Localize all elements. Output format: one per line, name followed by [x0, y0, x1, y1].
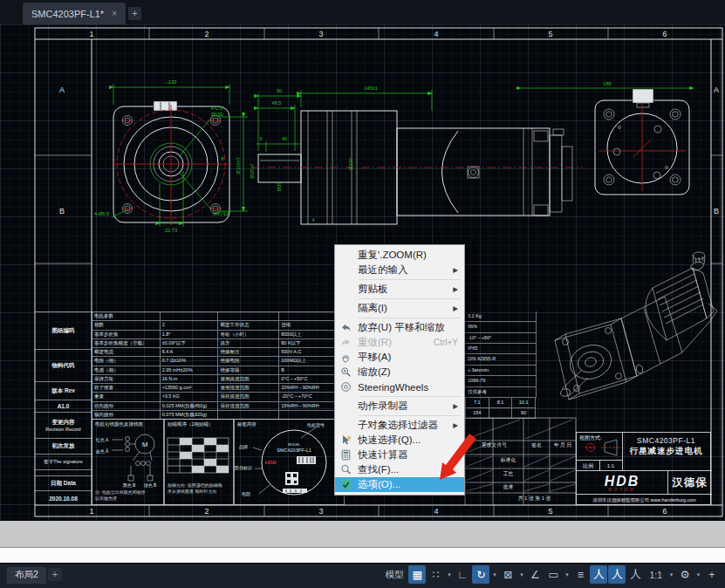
table-cell: -10°～+90° [465, 333, 536, 343]
table-row: 电机参数 [92, 312, 340, 321]
annotation-autoscale-icon[interactable]: 人 [608, 565, 626, 584]
table-row: 径向跳动0.025 MM(负载450g)保存湿度范围15%RH～90%RH [92, 402, 340, 411]
isometric-view [555, 252, 717, 400]
document-tab[interactable]: SMC4203PF-L1* × [23, 3, 126, 24]
table-cell: 6.4 A [161, 348, 219, 357]
scale-caret-icon[interactable]: ▾ [667, 565, 675, 584]
annotation-scale-icon[interactable]: 人 [626, 565, 644, 584]
menu-item-steeringwheels[interactable]: SteeringWheels [335, 379, 464, 394]
find-icon [339, 464, 353, 476]
model-tab[interactable]: 模型 [380, 565, 407, 584]
annotation-scale-value[interactable]: 1:1 [645, 565, 667, 584]
dim-pcd-label: P.C.D [211, 106, 223, 111]
frame-row-label: A [714, 85, 719, 94]
company-line: 深圳市汉德保智能有限公司 www.handerburg.com [577, 495, 712, 505]
menu-item-label: 重做(R) [358, 336, 430, 349]
menu-item-redo[interactable]: 重做(R) Ctrl+Y [335, 335, 464, 350]
menu-separator [359, 298, 461, 299]
motor-parameter-table: 电机参数相数2额定工作状态连续基本步距角1.8°寿命（小时）8000以上基本步距… [92, 311, 340, 420]
frame-row-label: B [714, 207, 719, 215]
angle-snap-icon[interactable]: ∠ [526, 565, 544, 584]
first-release-label: 初次发放 [35, 439, 92, 455]
table-row: 7:18:110:1 [466, 398, 536, 408]
polar-caret-icon[interactable]: ▾ [490, 565, 498, 584]
frame-row-label: B [59, 207, 65, 215]
object-snap-icon[interactable]: ⊠ [499, 565, 516, 584]
frame-col-label: 1 [89, 30, 93, 38]
table-row: 仅供参考 [465, 387, 536, 398]
menu-item-isolate[interactable]: 隔离(I) ▶ [335, 301, 464, 316]
frame-col-label: 6 [662, 30, 667, 38]
table-row: -10°～+90° [465, 333, 536, 344]
gear-caret-icon[interactable]: ▾ [694, 565, 702, 584]
polar-tracking-icon[interactable]: ↻ [472, 565, 489, 584]
ortho-icon[interactable]: ∟ [454, 565, 471, 584]
table-row: 电阻（相）0.7 Ω±10%绝缘电阻100MΩ以上 [92, 357, 340, 366]
table-cell: 16 N.m [161, 375, 219, 384]
table-cell: B [279, 366, 340, 375]
table-cell: 电阻（相） [92, 357, 161, 366]
table-row: 15490 [466, 408, 536, 419]
command-line-input[interactable] [0, 547, 725, 563]
menu-item-repeat-zoom[interactable]: 重复'.ZOOM(R) [335, 248, 464, 263]
frame-col-label: 3 [318, 507, 323, 516]
file-tab-bar: SMC4203PF-L1* × + [0, 0, 725, 24]
snap-caret-icon[interactable]: ▾ [445, 565, 453, 584]
close-tab-icon[interactable]: × [112, 9, 117, 18]
dim-4: 4 [311, 217, 314, 222]
snap-icon[interactable]: ∷ [427, 565, 444, 584]
callout-resistance: 电阻 [242, 491, 250, 496]
menu-item-undo[interactable]: 放弃(U) 平移和缩放 [335, 320, 464, 335]
new-layout-button[interactable]: + [48, 568, 62, 581]
table-cell: 额定工作状态 [218, 321, 279, 330]
status-plus-icon[interactable]: + [703, 565, 721, 584]
table-cell: ≈13560 g.cm² [161, 384, 219, 393]
new-tab-button[interactable]: + [128, 7, 141, 20]
gearbox-parameter-table: 3.2 Kg96%-10°～+90°IP65DIN 42955-R≤ 3arcm… [465, 311, 537, 398]
dyninput-caret-icon[interactable]: ▾ [563, 565, 571, 584]
dim-tap: M6▽12 [213, 211, 229, 216]
lineweight-icon[interactable]: ≡ [571, 565, 589, 584]
menu-item-pan[interactable]: 平移(A) [335, 350, 464, 365]
dynamic-input-icon[interactable]: ▭ [544, 565, 562, 584]
menu-separator [359, 318, 461, 318]
dim-145: 145±1 [364, 85, 378, 91]
dim-185: 185 [603, 81, 611, 86]
table-cell: 相数 [92, 321, 161, 330]
spacer-row [35, 470, 92, 476]
annotation-visibility-icon[interactable]: 人 [590, 565, 607, 584]
customization-gear-icon[interactable]: ⚙ [676, 565, 694, 584]
menu-item-label: 放弃(U) 平移和缩放 [358, 321, 458, 334]
table-cell: 8:1 [489, 398, 513, 408]
menu-item-recent-input[interactable]: 最近的输入 ▶ [335, 263, 464, 277]
frame-col-label: 5 [548, 30, 552, 38]
menu-item-zoom[interactable]: 缩放(Z) [335, 365, 464, 379]
label-box-title: 标签内容 [235, 420, 344, 429]
callout-motor-model: 电机型号 [307, 422, 325, 427]
table-cell: 连续 [279, 321, 340, 330]
layout-tab[interactable]: 布局2 [7, 567, 46, 584]
table-cell: 基本步距角 [92, 331, 161, 339]
menu-item-action-recorder[interactable]: 动作录制器 ▶ [335, 399, 464, 414]
table-cell: 额定电流 [92, 348, 161, 357]
dim-48-5: 48.5 [272, 100, 282, 106]
table-cell: 90 [512, 408, 536, 419]
dim-hub-dia: Ø35 [277, 182, 282, 192]
frame-col-label: 6 [662, 507, 667, 516]
osnap-caret-icon[interactable]: ▾ [517, 565, 525, 584]
menu-item-clipboard[interactable]: 剪贴板 ▶ [335, 282, 464, 297]
material-code-label: 物料代码 [35, 350, 92, 382]
table-row: DIN 42955-R [465, 354, 536, 365]
table-cell: 径向跳动 [92, 402, 161, 411]
gear-ratio-table: 7:18:110:115490 [465, 398, 536, 419]
status-toolbar: 模型▦∷▾∟↻▾⊠▾∠▭▾≡人人人1:1▾⚙▾+ [380, 565, 721, 584]
table-cell: 电机参数 [92, 312, 161, 321]
part-identity: SMC4203PF-L1 行星减速步进电机 [622, 433, 710, 460]
grid-icon[interactable]: ▦ [408, 565, 426, 584]
table-cell: IP65 [465, 344, 536, 353]
menu-item-label: 缩放(Z) [358, 366, 458, 379]
date-label: 日期 Data [35, 476, 92, 491]
table-cell: 80 K以下 [279, 339, 340, 348]
frame-col-label: 3 [318, 30, 323, 38]
table-row: 重量≈3.5 KG保存温度范围-20°C～+70°C [92, 393, 340, 401]
